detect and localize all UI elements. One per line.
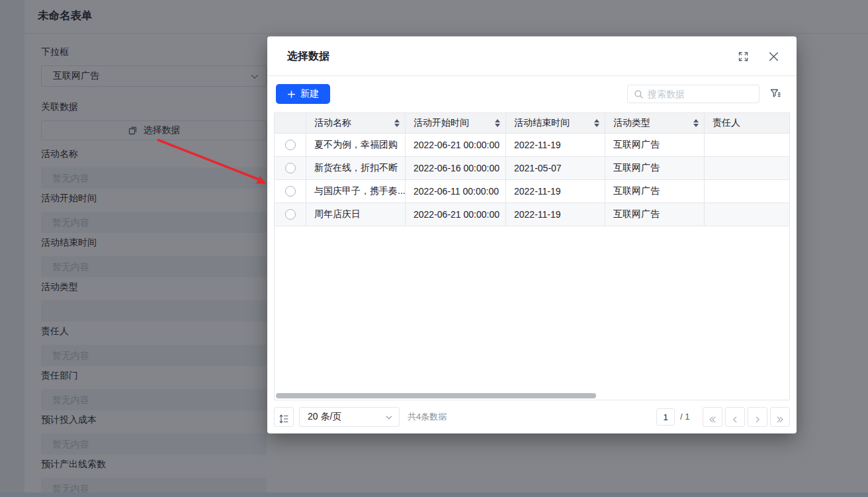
cell-end-time: 2022-11-19 — [506, 180, 605, 203]
cell-activity-type: 互联网广告 — [605, 203, 705, 226]
cell-activity-name: 周年店庆日 — [306, 203, 406, 226]
header-label: 活动结束时间 — [514, 117, 570, 129]
cell-radio — [275, 203, 306, 226]
header-cell-end-time[interactable]: 活动结束时间 — [506, 113, 605, 134]
first-page-button[interactable] — [703, 407, 722, 427]
sort-icon[interactable] — [594, 119, 599, 127]
page-total: / 1 — [680, 407, 689, 427]
modal-title: 选择数据 — [287, 50, 329, 64]
table-row[interactable]: 夏不为例，幸福团购 2022-06-21 00:00:00 2022-11-19… — [275, 134, 789, 157]
cell-owner — [705, 134, 789, 157]
page-number-input[interactable] — [656, 408, 675, 426]
double-chevron-right-icon — [775, 415, 785, 424]
modal-header: 选择数据 — [267, 36, 797, 76]
cell-owner — [705, 180, 789, 203]
filter-button[interactable] — [769, 87, 781, 99]
search-box — [627, 85, 760, 103]
header-cell-activity-type[interactable]: 活动类型 — [605, 113, 705, 134]
header-label: 责任人 — [713, 117, 740, 129]
radio-button[interactable] — [285, 163, 296, 173]
chevron-left-icon — [730, 415, 740, 424]
sort-icon[interactable] — [394, 119, 400, 127]
header-label: 活动名称 — [314, 117, 351, 129]
cell-activity-name: 与国庆甲子，携手奏... — [306, 180, 406, 203]
radio-button[interactable] — [285, 140, 296, 150]
header-label: 活动开始时间 — [413, 117, 469, 129]
cell-radio — [275, 157, 306, 180]
prev-page-button[interactable] — [725, 407, 745, 427]
cell-start-time: 2022-06-11 00:00:00 — [406, 180, 506, 203]
last-page-button[interactable] — [770, 407, 790, 427]
cell-activity-name: 夏不为例，幸福团购 — [306, 134, 406, 157]
search-icon — [634, 89, 644, 99]
total-count: 共4条数据 — [408, 407, 447, 427]
cell-activity-type: 互联网广告 — [605, 134, 705, 157]
page-size-select[interactable]: 20 条/页 — [299, 407, 400, 427]
radio-button[interactable] — [285, 186, 296, 197]
header-cell-radio — [275, 113, 306, 134]
cell-end-time: 2021-05-07 — [506, 157, 605, 180]
double-chevron-left-icon — [708, 415, 717, 424]
cell-start-time: 2022-06-21 00:00:00 — [406, 203, 506, 226]
select-data-modal: 选择数据 新建 活动名称 — [267, 36, 797, 433]
data-table: 活动名称 活动开始时间 活动结束时间 活动类型 责任人 — [274, 113, 790, 400]
cell-start-time: 2022-06-16 00:00:00 — [406, 157, 506, 180]
table-row[interactable]: 周年店庆日 2022-06-21 00:00:00 2022-11-19 互联网… — [275, 203, 789, 226]
cell-activity-type: 互联网广告 — [605, 180, 705, 203]
filter-icon — [769, 87, 781, 99]
new-button-label: 新建 — [300, 88, 319, 100]
chevron-right-icon — [753, 415, 762, 424]
modal-footer: 20 条/页 共4条数据 / 1 — [267, 407, 797, 427]
cell-owner — [705, 203, 789, 226]
row-height-button[interactable] — [274, 407, 294, 427]
cell-end-time: 2022-11-19 — [506, 203, 605, 226]
page-size-value: 20 条/页 — [308, 411, 341, 423]
screen: 未命名表单 下拉框 互联网广告 关联数据 选择数据 活动名称 活动开始时间 — [0, 0, 868, 497]
next-page-button[interactable] — [748, 407, 767, 427]
cell-radio — [275, 180, 306, 203]
horizontal-scrollbar[interactable] — [276, 393, 596, 398]
header-cell-activity-name[interactable]: 活动名称 — [306, 113, 406, 134]
fullscreen-icon — [738, 52, 748, 62]
table-row[interactable]: 新货在线，折扣不断 2022-06-16 00:00:00 2021-05-07… — [275, 157, 789, 180]
close-button[interactable] — [768, 51, 779, 62]
header-cell-start-time[interactable]: 活动开始时间 — [406, 113, 506, 134]
sort-icon[interactable] — [495, 119, 500, 127]
header-cell-owner: 责任人 — [705, 113, 789, 134]
cell-activity-type: 互联网广告 — [605, 157, 705, 180]
cell-start-time: 2022-06-21 00:00:00 — [406, 134, 506, 157]
cell-activity-name: 新货在线，折扣不断 — [306, 157, 406, 180]
sort-icon[interactable] — [693, 119, 699, 127]
new-button[interactable]: 新建 — [276, 84, 330, 104]
radio-button[interactable] — [285, 209, 296, 220]
chevron-down-icon — [385, 414, 393, 422]
cell-end-time: 2022-11-19 — [506, 134, 605, 157]
cell-owner — [705, 157, 789, 180]
close-icon — [768, 51, 779, 62]
expand-button[interactable] — [738, 52, 748, 62]
header-label: 活动类型 — [613, 117, 650, 129]
plus-icon — [287, 90, 296, 99]
table-row[interactable]: 与国庆甲子，携手奏... 2022-06-11 00:00:00 2022-11… — [275, 180, 789, 203]
row-height-icon — [279, 414, 289, 424]
search-input[interactable] — [648, 85, 757, 103]
cell-radio — [275, 134, 306, 157]
table-header-row: 活动名称 活动开始时间 活动结束时间 活动类型 责任人 — [275, 113, 789, 134]
